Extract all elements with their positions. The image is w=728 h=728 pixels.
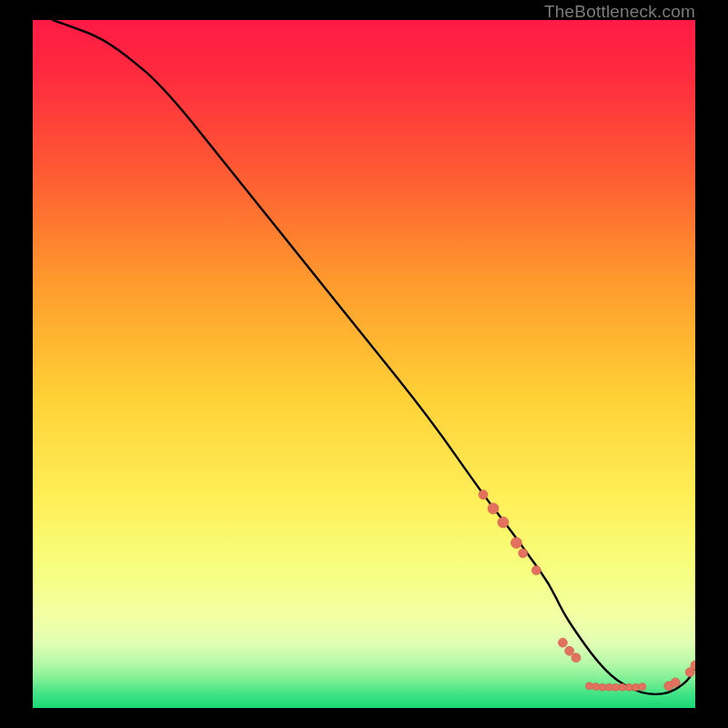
data-point — [605, 683, 612, 691]
data-point — [671, 678, 680, 687]
watermark-text: TheBottleneck.com — [544, 2, 695, 22]
data-point — [565, 646, 574, 655]
data-point — [571, 653, 581, 662]
data-point — [479, 490, 488, 500]
chart-frame — [33, 20, 695, 708]
data-point — [632, 683, 640, 691]
data-point — [625, 683, 632, 691]
data-point — [639, 683, 646, 691]
data-point — [488, 503, 499, 514]
data-point — [612, 683, 620, 691]
data-point — [511, 538, 521, 549]
gradient-background — [33, 20, 695, 708]
data-point — [498, 517, 509, 528]
bottleneck-chart — [33, 20, 695, 708]
data-point — [586, 682, 593, 690]
data-point — [519, 549, 528, 558]
data-point — [592, 683, 600, 691]
data-point — [599, 683, 606, 691]
data-point — [558, 638, 567, 647]
data-point — [531, 566, 541, 575]
data-point — [619, 683, 626, 691]
